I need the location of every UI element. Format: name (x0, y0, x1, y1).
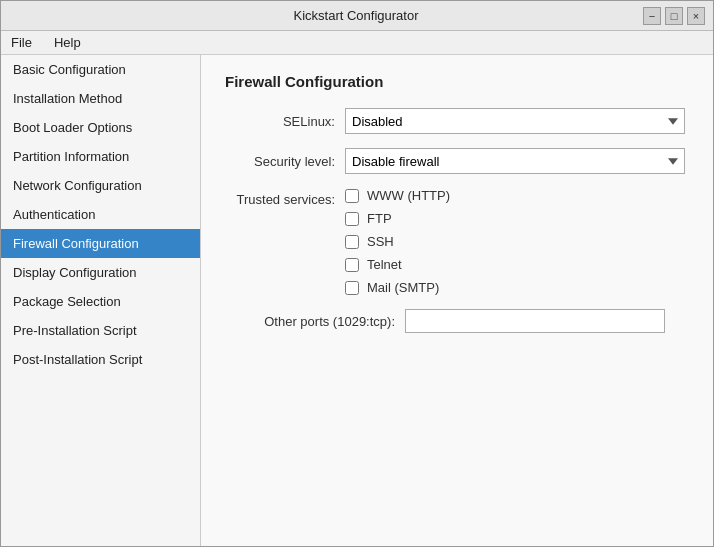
menubar: File Help (1, 31, 713, 55)
minimize-button[interactable]: − (643, 7, 661, 25)
sidebar-item-partition-information[interactable]: Partition Information (1, 142, 200, 171)
other-ports-label: Other ports (1029:tcp): (225, 314, 405, 329)
sidebar-item-basic-configuration[interactable]: Basic Configuration (1, 55, 200, 84)
titlebar-controls: − □ × (643, 7, 705, 25)
menu-help[interactable]: Help (48, 33, 87, 52)
service-telnet: Telnet (345, 257, 450, 272)
sidebar-item-firewall-configuration[interactable]: Firewall Configuration (1, 229, 200, 258)
main-layout: Basic Configuration Installation Method … (1, 55, 713, 546)
sidebar: Basic Configuration Installation Method … (1, 55, 201, 546)
close-button[interactable]: × (687, 7, 705, 25)
sidebar-item-package-selection[interactable]: Package Selection (1, 287, 200, 316)
sidebar-item-authentication[interactable]: Authentication (1, 200, 200, 229)
sidebar-item-pre-installation-script[interactable]: Pre-Installation Script (1, 316, 200, 345)
label-ftp: FTP (367, 211, 392, 226)
label-telnet: Telnet (367, 257, 402, 272)
service-ssh: SSH (345, 234, 450, 249)
window-title: Kickstart Configurator (69, 8, 643, 23)
security-level-label: Security level: (225, 154, 345, 169)
content-area: Firewall Configuration SELinux: Disabled… (201, 55, 713, 546)
checkbox-ftp[interactable] (345, 212, 359, 226)
checkbox-ssh[interactable] (345, 235, 359, 249)
label-smtp: Mail (SMTP) (367, 280, 439, 295)
selinux-label: SELinux: (225, 114, 345, 129)
checkbox-smtp[interactable] (345, 281, 359, 295)
label-ssh: SSH (367, 234, 394, 249)
sidebar-item-boot-loader-options[interactable]: Boot Loader Options (1, 113, 200, 142)
other-ports-row: Other ports (1029:tcp): (225, 309, 689, 333)
sidebar-item-installation-method[interactable]: Installation Method (1, 84, 200, 113)
trusted-services-label: Trusted services: (225, 188, 345, 295)
service-ftp: FTP (345, 211, 450, 226)
sidebar-item-network-configuration[interactable]: Network Configuration (1, 171, 200, 200)
trusted-services-section: Trusted services: WWW (HTTP) FTP SSH Tel… (225, 188, 689, 295)
trusted-services-list: WWW (HTTP) FTP SSH Telnet Mail (SMTP) (345, 188, 450, 295)
menu-file[interactable]: File (5, 33, 38, 52)
label-www: WWW (HTTP) (367, 188, 450, 203)
titlebar: Kickstart Configurator − □ × (1, 1, 713, 31)
other-ports-input[interactable] (405, 309, 665, 333)
security-level-select[interactable]: Disable firewall Enable firewall No fire… (345, 148, 685, 174)
section-title: Firewall Configuration (225, 73, 689, 90)
service-smtp: Mail (SMTP) (345, 280, 450, 295)
sidebar-item-display-configuration[interactable]: Display Configuration (1, 258, 200, 287)
maximize-button[interactable]: □ (665, 7, 683, 25)
selinux-row: SELinux: Disabled Enforcing Permissive (225, 108, 689, 134)
checkbox-telnet[interactable] (345, 258, 359, 272)
security-level-row: Security level: Disable firewall Enable … (225, 148, 689, 174)
service-www: WWW (HTTP) (345, 188, 450, 203)
sidebar-item-post-installation-script[interactable]: Post-Installation Script (1, 345, 200, 374)
selinux-select[interactable]: Disabled Enforcing Permissive (345, 108, 685, 134)
checkbox-www[interactable] (345, 189, 359, 203)
